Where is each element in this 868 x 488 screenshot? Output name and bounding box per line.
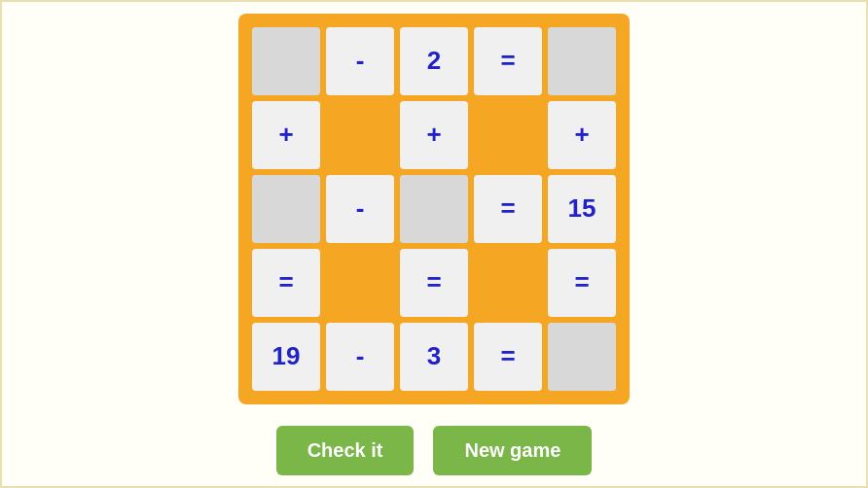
cell-r1c1[interactable] bbox=[252, 27, 320, 95]
cell-r3c1[interactable] bbox=[252, 175, 320, 243]
cell-r2c2 bbox=[326, 101, 394, 169]
input-r1c1[interactable] bbox=[252, 27, 320, 95]
input-r1c5[interactable] bbox=[548, 27, 616, 95]
check-it-button[interactable]: Check it bbox=[276, 426, 415, 475]
cell-r4c1: = bbox=[252, 249, 320, 317]
input-r5c5[interactable] bbox=[548, 323, 616, 391]
cell-r2c4 bbox=[474, 101, 542, 169]
cell-r3c3[interactable] bbox=[400, 175, 468, 243]
input-r3c1[interactable] bbox=[252, 175, 320, 243]
cell-r5c2: - bbox=[326, 323, 394, 391]
cell-r3c5: 15 bbox=[548, 175, 616, 243]
cell-r4c5: = bbox=[548, 249, 616, 317]
cell-r5c3: 3 bbox=[400, 323, 468, 391]
new-game-button[interactable]: New game bbox=[433, 426, 592, 475]
cell-r1c2: - bbox=[326, 27, 394, 95]
buttons-row: Check it New game bbox=[276, 426, 593, 475]
cell-r1c4: = bbox=[474, 27, 542, 95]
cell-r5c4: = bbox=[474, 323, 542, 391]
cell-r3c2: - bbox=[326, 175, 394, 243]
cell-r2c3: + bbox=[400, 101, 468, 169]
puzzle-grid: - 2 = + + + - = 15 = = = 19 - 3 = bbox=[238, 14, 630, 404]
cell-r4c4 bbox=[474, 249, 542, 317]
cell-r1c5[interactable] bbox=[548, 27, 616, 95]
cell-r3c4: = bbox=[474, 175, 542, 243]
cell-r4c2 bbox=[326, 249, 394, 317]
cell-r4c3: = bbox=[400, 249, 468, 317]
cell-r5c1: 19 bbox=[252, 323, 320, 391]
cell-r5c5[interactable] bbox=[548, 323, 616, 391]
cell-r2c5: + bbox=[548, 101, 616, 169]
input-r3c3[interactable] bbox=[400, 175, 468, 243]
cell-r1c3: 2 bbox=[400, 27, 468, 95]
cell-r2c1: + bbox=[252, 101, 320, 169]
